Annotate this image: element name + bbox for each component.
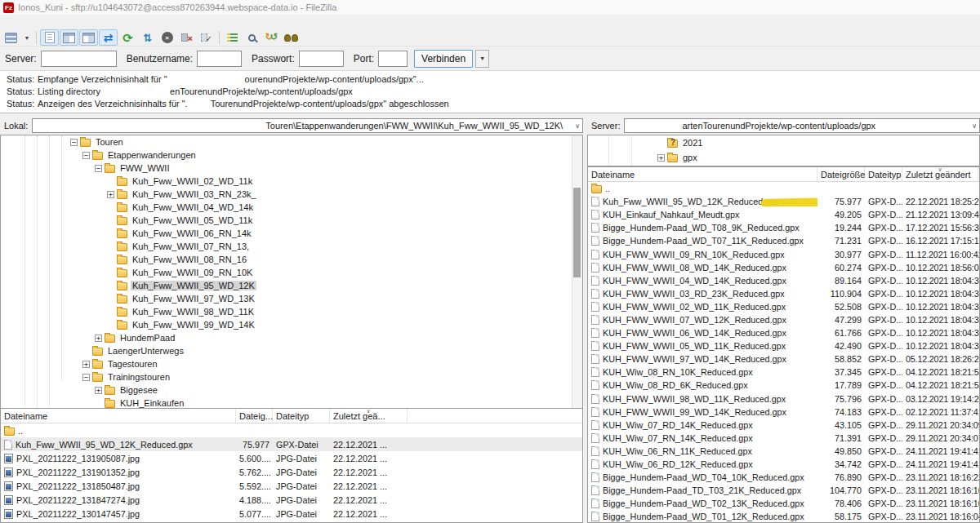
file-row[interactable]: KUH_FWW_WWII_09_RN_10K_Reduced.gpx 30.97… [588, 247, 979, 260]
file-row[interactable]: Kuh_Fww_WWII_95_WD_12K_Reduced.gpx 75.97… [1, 437, 582, 451]
menu-item[interactable] [5, 21, 18, 23]
file-row[interactable]: Bigge_Hundem-Paad_WD_T01_12K_Reduced.gpx… [588, 510, 979, 523]
tree-item[interactable]: 2021 [588, 135, 979, 150]
file-row[interactable]: KUH_FWW_WWII_04_WD_14K_Reduced.gpx 89.16… [588, 274, 979, 287]
tree-item[interactable]: − FWW_WWII [1, 162, 582, 175]
tree-expander[interactable]: + [95, 387, 102, 394]
file-row[interactable]: Bigge_Hundem-Paad_WD_T04_10K_Reduced.gpx… [588, 471, 979, 484]
file-row[interactable]: PXL_20211222_131850487.jpg 5.592.... JPG… [1, 479, 582, 493]
password-input[interactable] [299, 51, 344, 67]
tree-item[interactable]: + gpx [588, 150, 979, 165]
file-row[interactable]: PXL_20211222_130147457.jpg 5.077.... JPG… [1, 507, 582, 521]
column-header-type[interactable]: Dateityp [273, 409, 330, 423]
toggle-remote-tree-button[interactable] [79, 29, 98, 46]
tree-expander[interactable]: + [95, 335, 102, 342]
file-row[interactable]: KUH_FWW_WWII_06_WD_14K_Reduced.gpx 61.76… [588, 326, 979, 339]
file-row[interactable]: Bigge_Hundem-Paad_WD_T02_13K_Reduced.gpx… [588, 497, 979, 510]
site-manager-dropdown-button[interactable]: ▼ [21, 29, 33, 46]
connect-dropdown-button[interactable]: ▼ [475, 50, 489, 68]
menu-item[interactable] [70, 21, 83, 23]
local-tree-scrollbar[interactable] [572, 135, 582, 408]
tree-item[interactable]: Kuh_Fww_WWII_07_RN_13, [1, 240, 582, 253]
scrollbar-thumb[interactable] [573, 188, 581, 277]
file-row[interactable]: KUH_Wiw_08_RD_6K_Reduced.gpx 17.789 GPX-… [588, 379, 979, 392]
file-row[interactable]: .. [1, 423, 582, 437]
tree-expander[interactable]: + [82, 361, 90, 368]
file-row[interactable]: KUH_Wiw_07_RN_14K_Reduced.gpx 71.391 GPX… [588, 432, 979, 445]
file-row[interactable]: KUH_Wiw_06_RN_11K_Reduced.gpx 49.850 GPX… [588, 445, 979, 458]
column-header-date[interactable]: ∨Zuletzt geä... [330, 409, 408, 423]
menu-item[interactable] [83, 21, 96, 23]
tree-item[interactable]: + Tagestouren [1, 357, 582, 370]
remote-path-input[interactable]: artenTourenundProjekte/wp-content/upload… [624, 118, 980, 133]
tree-item[interactable]: − Etappenwanderungen [1, 148, 582, 162]
column-header-size[interactable]: Dateig... [236, 409, 273, 423]
menu-item[interactable] [31, 21, 44, 23]
menu-item[interactable] [57, 21, 70, 23]
find-files-button[interactable] [282, 29, 301, 46]
local-path-input[interactable]: Touren\Etappenwanderungen\FWW_WWII\Kuh_F… [32, 118, 583, 133]
tree-item[interactable]: Kuh_Fww_WWII_04_WD_14k [1, 201, 582, 214]
chevron-down-icon[interactable]: ∨ [575, 122, 580, 130]
file-row[interactable]: KUH_FWW_WWII_97_WD_14K_Reduced.gpx 58.85… [588, 352, 979, 366]
file-row[interactable]: KUH_FWW_WWII_98_WD_11K_Reduced.gpx 75.79… [588, 392, 979, 406]
file-row[interactable]: KUH_FWW_WWII_08_WD_14K_Reduced.gpx 60.27… [588, 261, 979, 274]
file-row[interactable]: PXL_20211222_131905087.jpg 5.600.... JPG… [1, 451, 582, 465]
menu-item[interactable] [44, 21, 57, 23]
server-input[interactable] [41, 51, 117, 67]
toggle-local-tree-button[interactable] [60, 29, 78, 46]
port-input[interactable] [378, 51, 408, 67]
refresh-button[interactable]: ⟳ [118, 29, 137, 46]
file-row[interactable]: .. [588, 182, 979, 195]
column-header-size[interactable]: Dateigröße [817, 167, 865, 181]
file-row[interactable]: KUH_Wiw_08_RN_10K_Reduced.gpx 37.345 GPX… [588, 366, 979, 379]
tree-item[interactable]: KUH_Einkaufen [1, 397, 582, 409]
tree-expander[interactable]: − [82, 152, 90, 159]
synchronized-browsing-button[interactable]: ↻↺ [262, 29, 281, 46]
column-header-date[interactable]: ∨Zuletzt geändert [902, 167, 978, 181]
file-row[interactable]: KUH_Einkauf_Nahkauf_Meudt.gpx 49.205 GPX… [588, 208, 979, 221]
tree-item[interactable]: Kuh_Fww_WWII_99_WD_14K [1, 318, 582, 331]
tree-expander[interactable]: − [82, 374, 90, 381]
file-row[interactable]: Bigge_Hundem-Paad_WD_T07_11K_Reduced.gpx… [588, 234, 979, 247]
tree-item[interactable]: Kuh_Fww_WWII_05_WD_11k [1, 214, 582, 227]
menu-item[interactable] [18, 21, 31, 23]
directory-filter-button[interactable] [223, 29, 242, 46]
column-header-type[interactable]: Dateityp [865, 167, 902, 181]
tree-item[interactable]: Kuh_Fww_WWII_98_WD_11K [1, 305, 582, 318]
tree-expander[interactable]: + [657, 154, 665, 162]
file-row[interactable]: Kuh_Fww_WWII_95_WD_12K_Reduced.gpx 75.97… [588, 195, 979, 208]
tree-item[interactable]: Kuh_Fww_WWII_02_WD_11k [1, 175, 582, 188]
tree-item[interactable]: + Kuh_Fww_WWII_03_RN_23k_ [1, 188, 582, 201]
file-row[interactable]: KUH_Wiw_06_RD_12K_Reduced.gpx 34.742 GPX… [588, 458, 979, 471]
file-row[interactable]: KUH_FWW_WWII_07_WD_12K_Reduced.gpx 47.29… [588, 313, 979, 326]
username-input[interactable] [197, 51, 242, 67]
toggle-message-log-button[interactable] [40, 29, 59, 46]
file-row[interactable]: Bigge_Hundem-Paad_WD_T08_9K_Reduced.gpx … [588, 221, 979, 234]
connect-button[interactable]: Verbinden [414, 50, 473, 68]
tree-item[interactable]: − Trainingstouren [1, 370, 582, 383]
tree-item[interactable]: + Biggesee [1, 383, 582, 397]
tree-item[interactable]: Kuh_Fww_WWII_97_WD_13K [1, 292, 582, 305]
tree-expander[interactable]: − [95, 165, 102, 172]
tree-item[interactable]: Kuh_Fww_WWII_06_RN_14k [1, 227, 582, 240]
cancel-button[interactable]: × [158, 29, 176, 46]
tree-expander[interactable]: + [107, 191, 114, 198]
reconnect-button[interactable]: ✓ [197, 29, 216, 46]
file-row[interactable]: Bigge_Hundem-Paad_TD_T03_21K_Reduced.gpx… [588, 484, 979, 497]
file-row[interactable]: KUH_FWW_WWII_99_WD_14K_Reduced.gpx 74.18… [588, 406, 979, 419]
file-row[interactable]: KUH_Wiw_07_RD_14K_Reduced.gpx 43.105 GPX… [588, 419, 979, 432]
tree-item[interactable]: Kuh_Fww_WWII_95_WD_12K [1, 279, 582, 292]
column-header-name[interactable]: Dateiname [588, 167, 817, 181]
file-row[interactable]: KUH_FWW_WWII_03_RD_23K_Reduced.gpx 110.9… [588, 287, 979, 300]
tree-item[interactable]: Kuh_Fww_WWII_08_RN_16 [1, 253, 582, 266]
process-queue-button[interactable]: ⇅ [138, 29, 157, 46]
disconnect-button[interactable]: × [177, 29, 196, 46]
tree-item[interactable]: + HundemPaad [1, 331, 582, 344]
tree-expander[interactable]: − [70, 139, 78, 146]
directory-compare-button[interactable] [243, 29, 261, 46]
toggle-transfer-queue-button[interactable]: ⇄ [99, 29, 118, 46]
file-row[interactable]: PXL_20211222_131901352.jpg 5.762.... JPG… [1, 465, 582, 479]
file-row[interactable]: PXL_20211222_131847274.jpg 4.188.... JPG… [1, 493, 582, 507]
tree-item[interactable]: − Touren [1, 135, 582, 148]
